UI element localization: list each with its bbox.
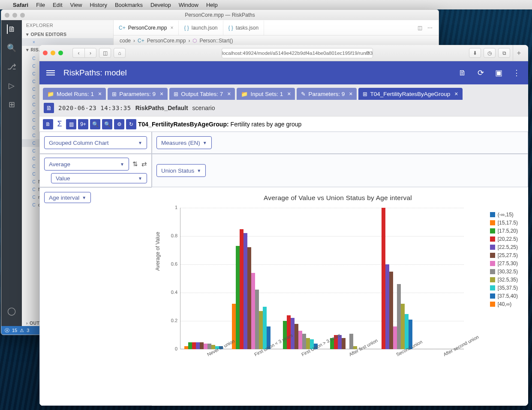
close-icon[interactable]: × xyxy=(160,90,163,97)
history-icon[interactable]: ◷ xyxy=(484,48,496,58)
tabs-icon[interactable]: ⧉ xyxy=(498,48,510,58)
debug-icon[interactable]: ▷ xyxy=(7,81,16,90)
new-tab-icon[interactable]: + xyxy=(513,45,525,61)
document-icon[interactable]: 🗎 xyxy=(458,68,467,78)
chip[interactable]: ✎Parameters: 9× xyxy=(297,88,357,100)
aggregation-dropdown[interactable]: Average▼ xyxy=(44,158,129,171)
mac-menubar: Safari File Edit View History Bookmarks … xyxy=(0,0,532,9)
tab-tasks[interactable]: { }tasks.json xyxy=(223,21,264,35)
home-icon[interactable]: ⌂ xyxy=(114,48,126,58)
close-icon[interactable]: × xyxy=(98,90,102,97)
more-icon[interactable]: ⋯ xyxy=(425,25,435,31)
value-dropdown[interactable]: Value▼ xyxy=(51,173,147,183)
extensions-icon[interactable]: ⊞ xyxy=(7,100,16,109)
nav-buttons[interactable]: ‹› xyxy=(72,48,96,58)
chip-label: Model Runs: 1 xyxy=(57,91,94,97)
url-field[interactable]: localhost:49924/model/a5149e422b9df4a14b… xyxy=(222,48,373,58)
account-icon[interactable]: ◯ xyxy=(7,306,16,316)
bar xyxy=(247,247,251,349)
menu-dots-icon[interactable]: ⋮ xyxy=(512,68,521,78)
menu-history[interactable]: History xyxy=(90,2,107,8)
legend-row: (-∞,15) xyxy=(490,210,518,218)
reload-icon[interactable]: ⟳ xyxy=(366,50,370,56)
forward-icon[interactable]: › xyxy=(84,48,96,58)
section-open-editors[interactable]: ▾ OPEN EDITORS xyxy=(22,30,113,38)
close-icon[interactable]: × xyxy=(227,90,231,97)
download-icon[interactable]: ⬇ xyxy=(469,48,481,58)
chip-label: Input Sets: 1 xyxy=(250,91,283,97)
bar xyxy=(405,314,409,350)
close-icon[interactable]: × xyxy=(454,90,458,97)
run-header: 🗎 2020-06-23 14:33:35 RiskPaths_Default … xyxy=(39,100,528,116)
swap-horiz-icon[interactable]: ⇄ xyxy=(141,160,147,168)
bar xyxy=(382,208,385,349)
icon-settings[interactable]: ⚙ xyxy=(114,119,124,129)
scm-icon[interactable]: ⎇ xyxy=(7,62,16,72)
vscode-traffic-lights[interactable] xyxy=(5,13,25,18)
aggregation-cell: Average▼ ⇅ ⇄ Value▼ xyxy=(39,154,152,187)
bar xyxy=(259,311,263,349)
bar xyxy=(251,273,255,349)
chevron-down-icon: ▼ xyxy=(197,168,201,173)
close-icon[interactable]: × xyxy=(349,90,352,97)
breadcrumb[interactable]: code› C+PersonCore.mpp› ⬡Person::Start() xyxy=(114,36,439,46)
legend-row: [30,32.5) xyxy=(490,267,518,275)
menu-edit[interactable]: Edit xyxy=(53,2,62,8)
safari-traffic-lights[interactable] xyxy=(43,51,63,55)
chip-icon: 📁 xyxy=(241,91,248,97)
tab-launch[interactable]: { }launch.json xyxy=(179,21,223,35)
run-doc-icon[interactable]: 🗎 xyxy=(44,103,54,113)
menu-view[interactable]: View xyxy=(70,2,82,8)
icon-doc[interactable]: 🗎 xyxy=(43,119,53,129)
feedback-icon[interactable]: ▣ xyxy=(494,68,503,78)
swap-vert-icon[interactable]: ⇅ xyxy=(132,160,138,168)
age-interval-dropdown[interactable]: Age interval▼ xyxy=(44,192,91,203)
menu-window[interactable]: Window xyxy=(179,2,198,8)
bar xyxy=(188,342,192,350)
icon-chart[interactable]: ▥ xyxy=(66,119,76,129)
menu-help[interactable]: Help xyxy=(206,2,218,8)
menu-bookmarks[interactable]: Bookmarks xyxy=(115,2,143,8)
close-icon[interactable]: × xyxy=(170,25,173,31)
icon-reset[interactable]: ↻ xyxy=(126,119,136,129)
icon-zoom-out[interactable]: 🔍 xyxy=(102,119,112,129)
chip-label: Parameters: 9 xyxy=(308,91,345,97)
chart-type-dropdown[interactable]: Grouped Column Chart▼ xyxy=(44,136,147,149)
chip-icon: ⊞ xyxy=(174,91,178,97)
warning-icon[interactable]: ⚠ xyxy=(20,328,24,333)
tab-personcore[interactable]: C+PersonCore.mpp× xyxy=(114,21,179,35)
error-icon[interactable]: ⓧ xyxy=(5,327,9,334)
icon-zoom-in[interactable]: 🔍 xyxy=(90,119,100,129)
chip-icon: 📁 xyxy=(47,91,54,97)
icon-sigma[interactable]: Σ xyxy=(55,119,64,129)
chip[interactable]: 📁Model Runs: 1× xyxy=(43,88,106,100)
activity-bar[interactable]: 🗎 🔍 ⎇ ▷ ⊞ ◯ ⚙ xyxy=(1,20,22,335)
split-editor-icon[interactable]: ◫ xyxy=(415,25,425,31)
menu-file[interactable]: File xyxy=(36,2,45,8)
bar xyxy=(207,344,211,349)
bar xyxy=(236,246,240,349)
menu-develop[interactable]: Develop xyxy=(150,2,171,8)
menubar-app[interactable]: Safari xyxy=(13,2,28,8)
chip[interactable]: ⊞T04_FertilityRatesByAgeGroup× xyxy=(358,88,462,100)
icon-decimals[interactable]: 9+ xyxy=(78,119,88,129)
sidebar-icon[interactable]: ◫ xyxy=(99,48,111,58)
explorer-icon[interactable]: 🗎 xyxy=(7,24,16,34)
hamburger-icon[interactable] xyxy=(46,70,55,75)
chip[interactable]: ⊞Output Tables: 7× xyxy=(169,88,235,100)
bar xyxy=(200,342,204,350)
search-icon[interactable]: 🔍 xyxy=(7,43,16,53)
union-status-dropdown[interactable]: Union Status▼ xyxy=(156,164,206,177)
measures-dropdown[interactable]: Measures (EN)▼ xyxy=(156,136,212,149)
chip[interactable]: ⊞Parameters: 9× xyxy=(108,88,168,100)
back-icon[interactable]: ‹ xyxy=(72,48,84,58)
close-icon[interactable]: × xyxy=(287,90,291,97)
bar xyxy=(302,334,306,349)
json-icon: { } xyxy=(184,25,189,31)
table-code: T04_FertilityRatesByAgeGroup: xyxy=(138,121,229,128)
refresh-icon[interactable]: ⟳ xyxy=(476,68,485,78)
chevron-down-icon: ▼ xyxy=(203,141,207,145)
chip-bar: 📁Model Runs: 1×⊞Parameters: 9×⊞Output Ta… xyxy=(39,84,528,100)
y-axis-label: Average of Value xyxy=(155,232,161,271)
chip[interactable]: 📁Input Sets: 1× xyxy=(237,88,295,100)
